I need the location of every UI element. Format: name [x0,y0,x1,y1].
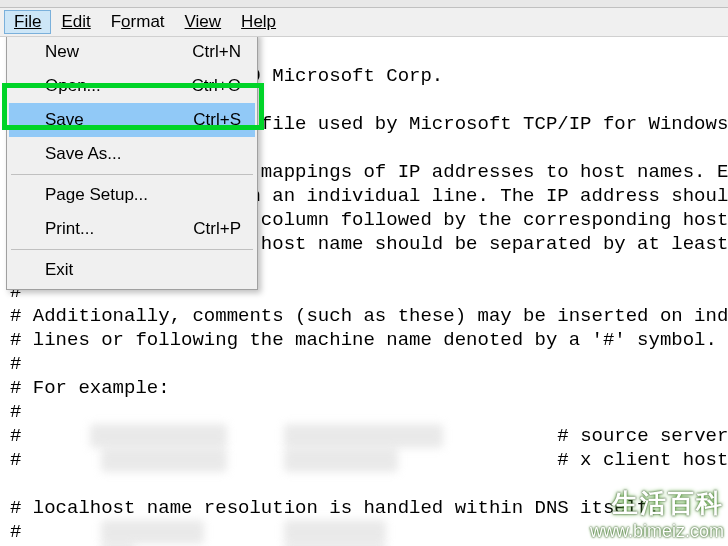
menu-print[interactable]: Print... Ctrl+P [9,212,255,246]
editor-line: # [10,401,21,423]
menu-edit[interactable]: Edit [51,10,100,34]
menu-print-shortcut: Ctrl+P [193,219,241,239]
file-dropdown: New Ctrl+N Open... Ctrl+O Save Ctrl+S Sa… [6,32,258,290]
menu-exit-label: Exit [45,260,73,280]
menu-open-shortcut: Ctrl+O [191,76,241,96]
menu-page-setup-label: Page Setup... [45,185,148,205]
menu-separator [11,249,253,250]
menu-exit[interactable]: Exit [9,253,255,287]
editor-line: # For example: [10,377,170,399]
menu-view[interactable]: View [175,10,232,34]
menu-print-label: Print... [45,219,94,239]
menu-format-label: Format [111,12,165,31]
redacted-ip: 127.0.0.1 [101,520,204,544]
editor-line: # 102.54.94.97 rhino.acme.com # source s… [10,425,728,447]
editor-line: # localhost name resolution is handled w… [10,497,660,519]
menu-page-setup[interactable]: Page Setup... [9,178,255,212]
title-bar [0,0,728,8]
redacted-ip: 102.54.94.97 [90,424,227,448]
editor-line: # Additionally, comments (such as these)… [10,305,728,327]
editor-line: # [10,353,21,375]
menu-new-shortcut: Ctrl+N [192,42,241,62]
menu-open[interactable]: Open... Ctrl+O [9,69,255,103]
redacted-host: rhino.acme.com [284,424,444,448]
editor-line: # 127.0.0.1 localhost [10,521,386,543]
menu-save[interactable]: Save Ctrl+S [9,103,255,137]
redacted-host: x.acme.com [284,448,398,472]
menu-save-as-label: Save As... [45,144,122,164]
menu-help[interactable]: Help [231,10,286,34]
menu-file[interactable]: File [4,10,51,34]
menu-file-label: File [14,12,41,31]
menu-open-label: Open... [45,76,101,96]
editor-line: # 38.25.63.10 x.acme.com # x client host [10,449,728,471]
menu-new-label: New [45,42,79,62]
redacted-host: localhost [284,520,387,544]
editor-line: # lines or following the machine name de… [10,329,717,351]
menu-view-label: View [185,12,222,31]
menu-save-label: Save [45,110,84,130]
menu-save-shortcut: Ctrl+S [193,110,241,130]
redacted-ip: 38.25.63.10 [101,448,226,472]
menu-new[interactable]: New Ctrl+N [9,35,255,69]
menu-bar: File Edit Format View Help [0,8,728,37]
menu-help-label: Help [241,12,276,31]
menu-edit-label: Edit [61,12,90,31]
menu-save-as[interactable]: Save As... [9,137,255,171]
menu-separator [11,174,253,175]
menu-format[interactable]: Format [101,10,175,34]
